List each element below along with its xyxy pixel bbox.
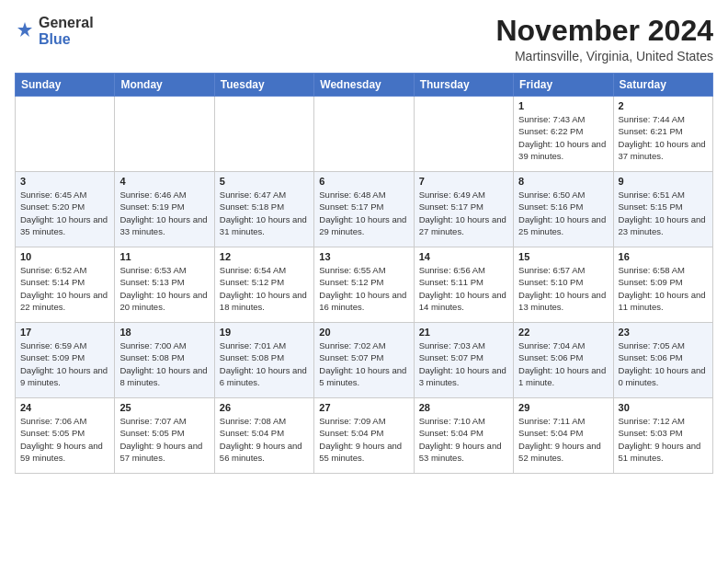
logo-general-text: General — [39, 15, 94, 30]
day-info: Sunrise: 7:44 AMSunset: 6:21 PMDaylight:… — [619, 113, 708, 162]
day-number: 27 — [319, 402, 408, 413]
day-info: Sunrise: 6:49 AMSunset: 5:17 PMDaylight:… — [419, 189, 508, 237]
month-title: November 2024 — [495, 15, 713, 47]
calendar-day-cell: 29Sunrise: 7:11 AMSunset: 5:04 PMDayligh… — [514, 398, 613, 474]
logo: General Blue — [15, 15, 94, 48]
day-info: Sunrise: 7:00 AMSunset: 5:08 PMDaylight:… — [119, 339, 209, 388]
day-info: Sunrise: 7:09 AMSunset: 5:04 PMDaylight:… — [319, 415, 408, 464]
weekday-header: Saturday — [613, 74, 712, 97]
calendar-day-cell: 24Sunrise: 7:06 AMSunset: 5:05 PMDayligh… — [16, 398, 115, 474]
day-number: 13 — [319, 251, 408, 262]
calendar-header-row: SundayMondayTuesdayWednesdayThursdayFrid… — [16, 74, 713, 97]
calendar-week-row: 10Sunrise: 6:52 AMSunset: 5:14 PMDayligh… — [16, 247, 713, 323]
page: General Blue November 2024 Martinsville,… — [0, 0, 728, 563]
day-number: 1 — [518, 100, 608, 111]
calendar-day-cell: 26Sunrise: 7:08 AMSunset: 5:04 PMDayligh… — [214, 398, 313, 474]
calendar-day-cell: 1Sunrise: 7:43 AMSunset: 6:22 PMDaylight… — [514, 97, 613, 172]
day-number: 15 — [518, 251, 608, 262]
weekday-header: Tuesday — [214, 74, 313, 97]
day-number: 21 — [419, 327, 508, 338]
day-info: Sunrise: 6:45 AMSunset: 5:20 PMDaylight:… — [20, 189, 109, 237]
day-number: 7 — [419, 176, 508, 187]
day-info: Sunrise: 7:08 AMSunset: 5:04 PMDaylight:… — [220, 415, 309, 464]
day-number: 9 — [619, 176, 708, 187]
calendar-day-cell — [314, 97, 414, 172]
day-info: Sunrise: 6:50 AMSunset: 5:16 PMDaylight:… — [518, 189, 608, 237]
logo-icon — [15, 21, 35, 41]
location-subtitle: Martinsville, Virginia, United States — [495, 49, 713, 63]
day-info: Sunrise: 7:07 AMSunset: 5:05 PMDaylight:… — [119, 415, 209, 464]
calendar-day-cell: 3Sunrise: 6:45 AMSunset: 5:20 PMDaylight… — [16, 172, 115, 247]
calendar-day-cell: 10Sunrise: 6:52 AMSunset: 5:14 PMDayligh… — [16, 247, 115, 323]
header-right: November 2024 Martinsville, Virginia, Un… — [495, 15, 713, 63]
day-number: 6 — [319, 176, 408, 187]
weekday-header: Wednesday — [314, 74, 414, 97]
day-number: 11 — [119, 251, 209, 262]
calendar-day-cell: 25Sunrise: 7:07 AMSunset: 5:05 PMDayligh… — [115, 398, 214, 474]
day-info: Sunrise: 7:04 AMSunset: 5:06 PMDaylight:… — [518, 339, 608, 388]
calendar-week-row: 1Sunrise: 7:43 AMSunset: 6:22 PMDaylight… — [16, 97, 713, 172]
calendar-day-cell: 2Sunrise: 7:44 AMSunset: 6:21 PMDaylight… — [613, 97, 712, 172]
calendar-day-cell — [115, 97, 214, 172]
weekday-header: Friday — [514, 74, 613, 97]
day-info: Sunrise: 6:51 AMSunset: 5:15 PMDaylight:… — [619, 189, 708, 237]
calendar-day-cell: 20Sunrise: 7:02 AMSunset: 5:07 PMDayligh… — [314, 323, 414, 398]
calendar-week-row: 3Sunrise: 6:45 AMSunset: 5:20 PMDaylight… — [16, 172, 713, 247]
day-info: Sunrise: 7:02 AMSunset: 5:07 PMDaylight:… — [319, 339, 408, 388]
calendar-day-cell: 4Sunrise: 6:46 AMSunset: 5:19 PMDaylight… — [115, 172, 214, 247]
day-info: Sunrise: 7:43 AMSunset: 6:22 PMDaylight:… — [518, 113, 608, 162]
calendar-day-cell: 27Sunrise: 7:09 AMSunset: 5:04 PMDayligh… — [314, 398, 414, 474]
svg-marker-0 — [17, 22, 32, 37]
calendar-day-cell: 6Sunrise: 6:48 AMSunset: 5:17 PMDaylight… — [314, 172, 414, 247]
day-number: 23 — [619, 327, 708, 338]
calendar-day-cell: 23Sunrise: 7:05 AMSunset: 5:06 PMDayligh… — [613, 323, 712, 398]
calendar-day-cell: 11Sunrise: 6:53 AMSunset: 5:13 PMDayligh… — [115, 247, 214, 323]
calendar-day-cell: 19Sunrise: 7:01 AMSunset: 5:08 PMDayligh… — [214, 323, 313, 398]
calendar-day-cell: 17Sunrise: 6:59 AMSunset: 5:09 PMDayligh… — [16, 323, 115, 398]
day-number: 12 — [220, 251, 309, 262]
day-info: Sunrise: 6:47 AMSunset: 5:18 PMDaylight:… — [220, 189, 309, 237]
day-number: 20 — [319, 327, 408, 338]
day-number: 29 — [518, 402, 608, 413]
day-number: 25 — [119, 402, 209, 413]
day-info: Sunrise: 6:59 AMSunset: 5:09 PMDaylight:… — [20, 339, 109, 388]
weekday-header: Thursday — [414, 74, 513, 97]
day-info: Sunrise: 6:55 AMSunset: 5:12 PMDaylight:… — [319, 264, 408, 313]
day-number: 30 — [619, 402, 708, 413]
day-number: 4 — [119, 176, 209, 187]
calendar-day-cell: 8Sunrise: 6:50 AMSunset: 5:16 PMDaylight… — [514, 172, 613, 247]
day-info: Sunrise: 7:11 AMSunset: 5:04 PMDaylight:… — [518, 415, 608, 464]
day-number: 3 — [20, 176, 109, 187]
day-info: Sunrise: 6:58 AMSunset: 5:09 PMDaylight:… — [619, 264, 708, 313]
day-info: Sunrise: 7:12 AMSunset: 5:03 PMDaylight:… — [619, 415, 708, 464]
day-info: Sunrise: 7:05 AMSunset: 5:06 PMDaylight:… — [619, 339, 708, 388]
day-number: 22 — [518, 327, 608, 338]
logo-blue-text: Blue — [39, 31, 71, 47]
day-info: Sunrise: 7:03 AMSunset: 5:07 PMDaylight:… — [419, 339, 508, 388]
calendar-day-cell — [414, 97, 513, 172]
calendar-day-cell: 14Sunrise: 6:56 AMSunset: 5:11 PMDayligh… — [414, 247, 513, 323]
day-number: 5 — [220, 176, 309, 187]
calendar-day-cell: 9Sunrise: 6:51 AMSunset: 5:15 PMDaylight… — [613, 172, 712, 247]
calendar-day-cell: 12Sunrise: 6:54 AMSunset: 5:12 PMDayligh… — [214, 247, 313, 323]
calendar-day-cell — [16, 97, 115, 172]
day-number: 2 — [619, 100, 708, 111]
day-number: 26 — [220, 402, 309, 413]
day-info: Sunrise: 6:54 AMSunset: 5:12 PMDaylight:… — [220, 264, 309, 313]
calendar-day-cell: 21Sunrise: 7:03 AMSunset: 5:07 PMDayligh… — [414, 323, 513, 398]
calendar-day-cell — [214, 97, 313, 172]
calendar-table: SundayMondayTuesdayWednesdayThursdayFrid… — [15, 73, 713, 474]
day-number: 19 — [220, 327, 309, 338]
day-number: 24 — [20, 402, 109, 413]
calendar-day-cell: 5Sunrise: 6:47 AMSunset: 5:18 PMDaylight… — [214, 172, 313, 247]
calendar-day-cell: 16Sunrise: 6:58 AMSunset: 5:09 PMDayligh… — [613, 247, 712, 323]
calendar-week-row: 24Sunrise: 7:06 AMSunset: 5:05 PMDayligh… — [16, 398, 713, 474]
calendar-day-cell: 28Sunrise: 7:10 AMSunset: 5:04 PMDayligh… — [414, 398, 513, 474]
header: General Blue November 2024 Martinsville,… — [15, 15, 713, 63]
calendar-day-cell: 30Sunrise: 7:12 AMSunset: 5:03 PMDayligh… — [613, 398, 712, 474]
weekday-header: Monday — [115, 74, 214, 97]
day-info: Sunrise: 6:48 AMSunset: 5:17 PMDaylight:… — [319, 189, 408, 237]
day-info: Sunrise: 6:57 AMSunset: 5:10 PMDaylight:… — [518, 264, 608, 313]
day-info: Sunrise: 6:52 AMSunset: 5:14 PMDaylight:… — [20, 264, 109, 313]
calendar-day-cell: 7Sunrise: 6:49 AMSunset: 5:17 PMDaylight… — [414, 172, 513, 247]
